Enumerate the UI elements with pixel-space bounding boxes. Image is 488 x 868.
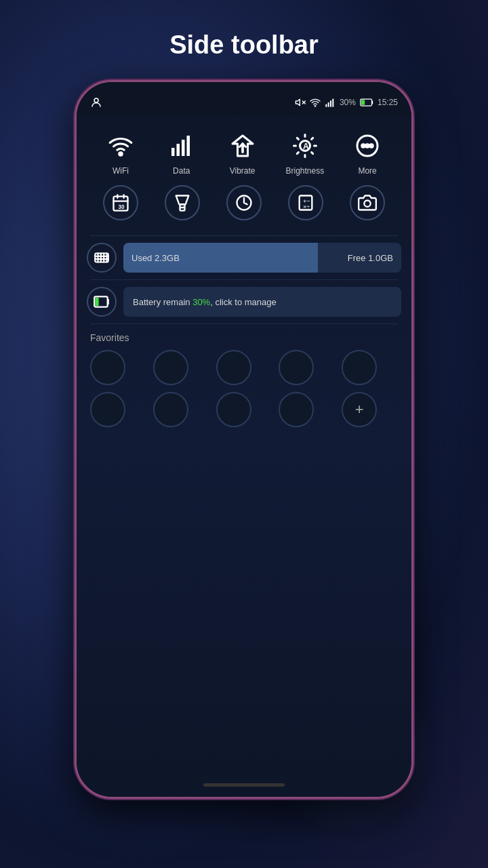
battery-status-text: Battery remain 30%, click to manage <box>133 297 277 307</box>
memory-free-text: Free 1.0GB <box>348 253 393 263</box>
flashlight-button[interactable] <box>165 185 200 220</box>
calculator-button[interactable]: +− ×÷ <box>288 185 323 220</box>
svg-point-32 <box>366 144 369 148</box>
svg-text:30: 30 <box>119 204 125 210</box>
phone-frame: 30% 15:25 <box>75 80 413 799</box>
wifi-icon <box>310 97 321 108</box>
brightness-icon-wrap: A <box>287 128 323 163</box>
svg-rect-14 <box>182 140 185 156</box>
memory-bar: Used 2.3GB Free 1.0GB <box>123 243 401 273</box>
svg-line-23 <box>297 138 298 139</box>
second-actions-row: 30 <box>87 181 401 229</box>
favorite-slot-9[interactable] <box>279 392 314 427</box>
mute-icon <box>295 97 306 108</box>
signal-icon <box>325 97 336 108</box>
favorite-slot-7[interactable] <box>153 392 188 427</box>
vibrate-action-icon <box>230 134 255 158</box>
svg-rect-9 <box>361 100 365 105</box>
battery-percent: 30% <box>192 297 210 307</box>
more-icon-wrap <box>350 128 385 163</box>
brightness-button[interactable]: A Brightness <box>286 128 325 176</box>
svg-rect-7 <box>332 99 333 107</box>
vibrate-icon-wrap <box>225 128 260 163</box>
battery-icon <box>360 97 373 108</box>
svg-line-28 <box>311 138 312 139</box>
svg-point-46 <box>364 201 370 207</box>
favorites-label: Favorites <box>90 332 401 343</box>
data-action-icon <box>169 134 194 158</box>
status-right: 30% 15:25 <box>295 97 398 108</box>
battery-icon-wrap <box>87 287 117 317</box>
power-button <box>411 204 413 245</box>
favorite-slot-6[interactable] <box>90 392 125 427</box>
svg-text:A: A <box>303 142 309 151</box>
divider-1 <box>90 235 398 236</box>
svg-point-3 <box>314 106 315 106</box>
divider-3 <box>90 323 398 324</box>
wifi-action-icon <box>108 134 133 158</box>
page-title: Side toolbar <box>169 31 319 60</box>
svg-marker-39 <box>176 196 189 205</box>
svg-line-27 <box>297 153 298 154</box>
favorite-slot-3[interactable] <box>216 350 251 385</box>
battery-status-bar: Battery remain 30%, click to manage <box>123 287 401 317</box>
svg-rect-55 <box>95 298 98 306</box>
data-icon-wrap <box>164 128 199 163</box>
memory-used: Used 2.3GB <box>123 243 318 273</box>
favorite-add-button[interactable]: + <box>342 392 377 427</box>
favorite-slot-5[interactable] <box>342 350 377 385</box>
svg-point-0 <box>94 98 98 102</box>
status-bar: 30% 15:25 <box>77 82 411 116</box>
phone-screen: 30% 15:25 <box>77 82 411 797</box>
battery-row[interactable]: Battery remain 30%, click to manage <box>87 287 401 317</box>
vibrate-button[interactable]: Vibrate <box>225 128 260 176</box>
quick-actions-row: WiFi Data <box>87 123 401 181</box>
svg-rect-6 <box>330 100 331 106</box>
battery-level: 30% <box>340 98 356 107</box>
brightness-action-icon: A <box>293 134 317 158</box>
time-display: 15:25 <box>378 98 398 107</box>
profile-icon <box>90 96 102 108</box>
svg-rect-5 <box>328 102 329 107</box>
favorite-slot-4[interactable] <box>279 350 314 385</box>
svg-point-11 <box>119 153 123 156</box>
calendar-button[interactable]: 30 <box>103 185 138 220</box>
svg-point-33 <box>370 144 373 148</box>
svg-rect-56 <box>108 299 109 305</box>
wifi-icon-wrap <box>103 128 138 163</box>
divider-2 <box>90 279 398 280</box>
more-button[interactable]: More <box>350 128 385 176</box>
data-label: Data <box>173 166 190 176</box>
svg-rect-15 <box>186 136 190 156</box>
flashlight-icon <box>173 193 192 212</box>
camera-icon <box>358 193 377 212</box>
more-label: More <box>358 166 376 176</box>
data-button[interactable]: Data <box>164 128 199 176</box>
wifi-button[interactable]: WiFi <box>103 128 138 176</box>
wifi-label: WiFi <box>113 166 129 176</box>
brightness-label: Brightness <box>286 166 325 176</box>
memory-icon-wrap <box>87 243 117 273</box>
vibrate-label: Vibrate <box>230 166 256 176</box>
clock-icon <box>235 193 253 212</box>
home-indicator <box>203 783 285 787</box>
favorites-grid: + <box>87 350 401 427</box>
favorite-slot-2[interactable] <box>153 350 188 385</box>
svg-text:×÷: ×÷ <box>303 203 310 210</box>
favorite-slot-1[interactable] <box>90 350 125 385</box>
battery-status-icon <box>93 293 110 311</box>
memory-free: Free 1.0GB <box>318 243 401 273</box>
svg-rect-10 <box>371 101 373 104</box>
svg-rect-4 <box>325 104 327 107</box>
status-left <box>90 96 102 108</box>
add-icon: + <box>355 401 364 418</box>
svg-line-24 <box>311 153 312 154</box>
svg-rect-13 <box>176 144 180 156</box>
camera-button[interactable] <box>350 185 385 220</box>
memory-row[interactable]: Used 2.3GB Free 1.0GB <box>87 243 401 273</box>
favorite-slot-8[interactable] <box>216 392 251 427</box>
memory-icon <box>93 249 110 267</box>
calendar-icon: 30 <box>111 193 130 212</box>
clock-button[interactable] <box>226 185 262 220</box>
memory-used-text: Used 2.3GB <box>131 253 180 263</box>
